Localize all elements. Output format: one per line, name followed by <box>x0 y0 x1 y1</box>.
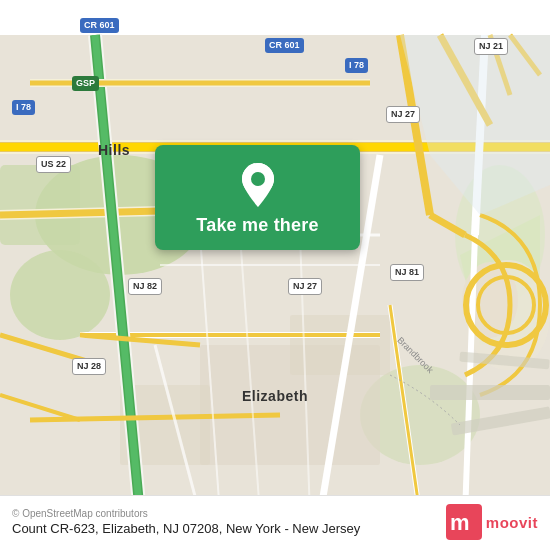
svg-point-51 <box>251 172 265 186</box>
badge-nj27-1: NJ 27 <box>386 106 420 123</box>
badge-nj28: NJ 28 <box>72 358 106 375</box>
badge-i78-1: I 78 <box>345 58 368 73</box>
badge-nj21: NJ 21 <box>474 38 508 55</box>
location-pin-icon <box>240 163 276 207</box>
address-label: Count CR-623, Elizabeth, NJ 07208, New Y… <box>12 521 360 536</box>
badge-nj27-2: NJ 27 <box>288 278 322 295</box>
svg-text:m: m <box>450 510 470 535</box>
svg-point-2 <box>10 250 110 340</box>
badge-i78-2: I 78 <box>12 100 35 115</box>
badge-nj81: NJ 81 <box>390 264 424 281</box>
badge-gsp: GSP <box>72 76 99 91</box>
svg-rect-3 <box>0 165 80 245</box>
bottom-info: © OpenStreetMap contributors Count CR-62… <box>12 508 360 536</box>
map-container: CR 601 CR 601 GSP I 78 I 78 US 22 NJ 27 … <box>0 0 550 550</box>
bottom-bar: © OpenStreetMap contributors Count CR-62… <box>0 495 550 550</box>
badge-cr601-2: CR 601 <box>265 38 304 53</box>
moovit-icon: m <box>446 504 482 540</box>
map-attribution: © OpenStreetMap contributors <box>12 508 360 519</box>
moovit-brand-text: moovit <box>486 514 538 531</box>
badge-nj82: NJ 82 <box>128 278 162 295</box>
svg-rect-47 <box>430 385 550 400</box>
badge-cr601-1: CR 601 <box>80 18 119 33</box>
moovit-logo: m moovit <box>446 504 538 540</box>
city-label-elizabeth: Elizabeth <box>242 388 308 404</box>
cta-overlay[interactable]: Take me there <box>155 145 360 250</box>
badge-us22: US 22 <box>36 156 71 173</box>
take-me-there-button[interactable]: Take me there <box>196 215 318 236</box>
city-label-hills: Hills <box>98 142 130 158</box>
